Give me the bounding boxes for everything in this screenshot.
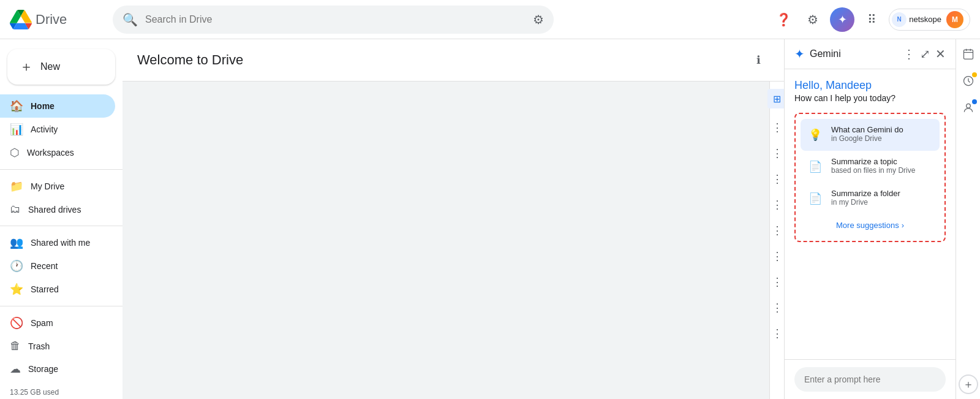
tasks-icon-button[interactable] bbox=[959, 71, 978, 91]
sidebar-item-starred[interactable]: ⭐ Starred bbox=[0, 278, 115, 301]
shared-drives-icon: 🗂 bbox=[10, 203, 21, 216]
search-bar[interactable]: 🔍 ⚙ bbox=[113, 6, 554, 34]
drive-logo-icon bbox=[10, 9, 32, 31]
dots-menu-1[interactable]: ⋮ bbox=[772, 121, 783, 134]
netskope-logo: N bbox=[892, 12, 907, 27]
sidebar-item-recent[interactable]: 🕐 Recent bbox=[0, 254, 115, 278]
apps-button[interactable]: ⠿ bbox=[859, 7, 884, 32]
sidebar-item-my-drive-label: My Drive bbox=[31, 181, 64, 191]
search-input[interactable] bbox=[145, 14, 526, 25]
page-title: Welcome to Drive bbox=[137, 52, 747, 68]
settings-icon: ⚙ bbox=[807, 12, 818, 27]
dots-menu-9[interactable]: ⋮ bbox=[772, 327, 783, 340]
gemini-more-options-button[interactable]: ⋮ bbox=[903, 47, 915, 61]
gemini-footer bbox=[785, 359, 956, 399]
contacts-badge bbox=[972, 99, 977, 104]
sidebar-item-storage[interactable]: ☁ Storage bbox=[0, 357, 115, 381]
suggestion-item-summarize-folder[interactable]: 📄 Summarize a folder in my Drive bbox=[801, 183, 940, 215]
sidebar-item-shared-drives[interactable]: 🗂 Shared drives bbox=[0, 198, 115, 221]
new-button-label: New bbox=[40, 61, 60, 72]
content-header: Welcome to Drive ℹ bbox=[123, 39, 784, 82]
suggestion-item-what-can-gemini-do[interactable]: 💡 What can Gemini do in Google Drive bbox=[801, 119, 940, 151]
help-button[interactable]: ❓ bbox=[771, 7, 796, 32]
suggestion-sub-2: based on files in my Drive bbox=[831, 166, 935, 175]
dots-menu-3[interactable]: ⋮ bbox=[772, 172, 783, 186]
sidebar-divider-3 bbox=[0, 306, 123, 306]
more-suggestions-button[interactable]: More suggestions › bbox=[801, 215, 940, 236]
calendar-icon-button[interactable] bbox=[959, 44, 978, 64]
suggestion-item-summarize-topic[interactable]: 📄 Summarize a topic based on files in my… bbox=[801, 151, 940, 183]
dots-menu-7[interactable]: ⋮ bbox=[772, 275, 783, 289]
grid-toggle-button[interactable]: ⊞ bbox=[767, 89, 785, 108]
right-scrollbar: ⊞ ⋮ ⋮ ⋮ ⋮ ⋮ ⋮ ⋮ ⋮ ⋮ bbox=[769, 82, 784, 399]
right-panel-icons: ＋ bbox=[956, 39, 980, 399]
home-icon: 🏠 bbox=[10, 99, 23, 113]
sidebar-item-home[interactable]: 🏠 Home bbox=[0, 94, 115, 118]
gemini-header: ✦ Gemini ⋮ ⤢ ✕ bbox=[785, 39, 956, 69]
search-filter-icon[interactable]: ⚙ bbox=[533, 12, 544, 27]
suggestion-title-3: Summarize a folder bbox=[831, 189, 935, 198]
sidebar-item-workspaces-label: Workspaces bbox=[27, 148, 74, 158]
dots-menu-2[interactable]: ⋮ bbox=[772, 146, 783, 160]
sidebar-item-trash[interactable]: 🗑 Trash bbox=[0, 335, 115, 357]
search-icon: 🔍 bbox=[123, 12, 138, 27]
gemini-star-icon: ✦ bbox=[794, 47, 805, 61]
suggestion-title-1: What can Gemini do bbox=[831, 125, 935, 134]
sidebar-item-activity[interactable]: 📊 Activity bbox=[0, 118, 115, 141]
gemini-panel: ✦ Gemini ⋮ ⤢ ✕ Hello, Mandeep How can I … bbox=[784, 39, 956, 399]
starred-icon: ⭐ bbox=[10, 283, 23, 296]
add-panel-button[interactable]: ＋ bbox=[959, 374, 978, 394]
suggestion-text-1: What can Gemini do in Google Drive bbox=[831, 125, 935, 143]
sidebar-item-activity-label: Activity bbox=[31, 124, 58, 134]
content-bg bbox=[123, 82, 784, 399]
sidebar-item-recent-label: Recent bbox=[31, 261, 58, 271]
sidebar-item-shared-with-me[interactable]: 👥 Shared with me bbox=[0, 231, 115, 254]
storage-info-text: 13.25 GB used bbox=[10, 388, 59, 397]
topbar: Drive 🔍 ⚙ ❓ ⚙ ✦ ⠿ N netskope M bbox=[0, 0, 980, 39]
svg-rect-0 bbox=[963, 50, 973, 59]
storage-info: 13.25 GB used bbox=[0, 381, 123, 399]
sidebar-item-starred-label: Starred bbox=[31, 284, 59, 294]
suggestion-box: 💡 What can Gemini do in Google Drive 📄 S… bbox=[794, 113, 946, 242]
settings-button[interactable]: ⚙ bbox=[801, 7, 825, 32]
spam-icon: 🚫 bbox=[10, 316, 23, 330]
dots-menu-6[interactable]: ⋮ bbox=[772, 249, 783, 263]
sidebar-item-shared-drives-label: Shared drives bbox=[28, 205, 81, 215]
sidebar-item-spam-label: Spam bbox=[31, 318, 53, 328]
sidebar: ＋ New 🏠 Home 📊 Activity ⬡ Workspaces 📁 M… bbox=[0, 39, 123, 399]
app-name-label: Drive bbox=[36, 12, 67, 28]
gemini-sub-text: How can I help you today? bbox=[794, 93, 946, 103]
more-suggestions-label: More suggestions bbox=[836, 221, 899, 230]
account-chip[interactable]: N netskope M bbox=[889, 9, 970, 31]
gemini-expand-button[interactable]: ⤢ bbox=[920, 47, 930, 61]
suggestion-icon-3: 📄 bbox=[805, 189, 825, 208]
app-logo: Drive bbox=[10, 9, 108, 31]
sidebar-item-trash-label: Trash bbox=[28, 341, 50, 351]
suggestion-text-3: Summarize a folder in my Drive bbox=[831, 189, 935, 207]
main-layout: ＋ New 🏠 Home 📊 Activity ⬡ Workspaces 📁 M… bbox=[0, 39, 980, 399]
info-button[interactable]: ℹ bbox=[747, 49, 769, 71]
suggestion-sub-3: in my Drive bbox=[831, 198, 935, 207]
gemini-icon: ✦ bbox=[838, 13, 847, 26]
workspaces-icon: ⬡ bbox=[10, 146, 20, 159]
dots-menu-5[interactable]: ⋮ bbox=[772, 224, 783, 237]
gemini-greeting: Hello, Mandeep How can I help you today? bbox=[794, 79, 946, 103]
prompt-input[interactable] bbox=[794, 367, 946, 392]
my-drive-icon: 📁 bbox=[10, 180, 23, 193]
dots-menu-4[interactable]: ⋮ bbox=[772, 198, 783, 211]
storage-icon: ☁ bbox=[10, 362, 21, 376]
sidebar-item-spam[interactable]: 🚫 Spam bbox=[0, 311, 115, 335]
tasks-badge bbox=[972, 72, 977, 77]
dots-menu-8[interactable]: ⋮ bbox=[772, 301, 783, 314]
netskope-label: netskope bbox=[909, 15, 941, 24]
gemini-close-button[interactable]: ✕ bbox=[935, 47, 946, 61]
sidebar-item-storage-label: Storage bbox=[28, 364, 58, 374]
contacts-icon-button[interactable] bbox=[959, 98, 978, 118]
gemini-button[interactable]: ✦ bbox=[830, 7, 854, 32]
new-button[interactable]: ＋ New bbox=[7, 49, 115, 85]
sidebar-item-my-drive[interactable]: 📁 My Drive bbox=[0, 175, 115, 198]
help-icon: ❓ bbox=[776, 12, 791, 27]
suggestion-text-2: Summarize a topic based on files in my D… bbox=[831, 157, 935, 175]
sidebar-item-workspaces[interactable]: ⬡ Workspaces bbox=[0, 141, 115, 164]
svg-point-5 bbox=[966, 104, 970, 108]
